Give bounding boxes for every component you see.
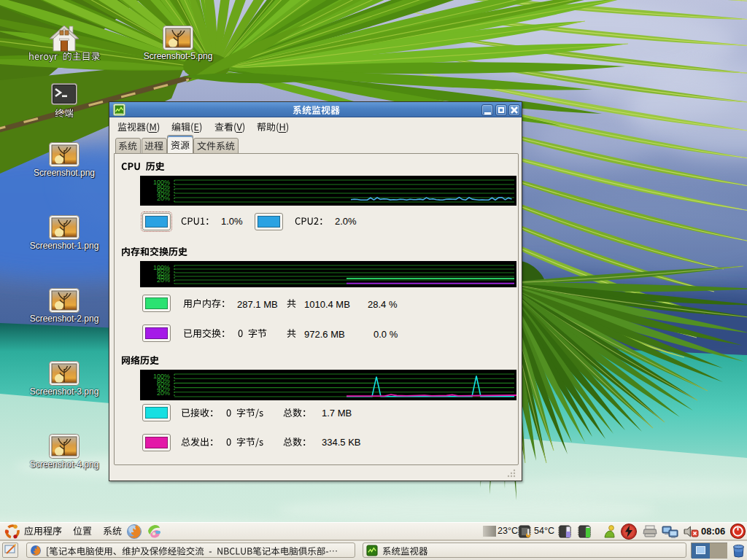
svg-text:20%: 20% (157, 276, 170, 284)
svg-text:20%: 20% (157, 195, 170, 202)
svg-text:20%: 20% (157, 389, 170, 397)
